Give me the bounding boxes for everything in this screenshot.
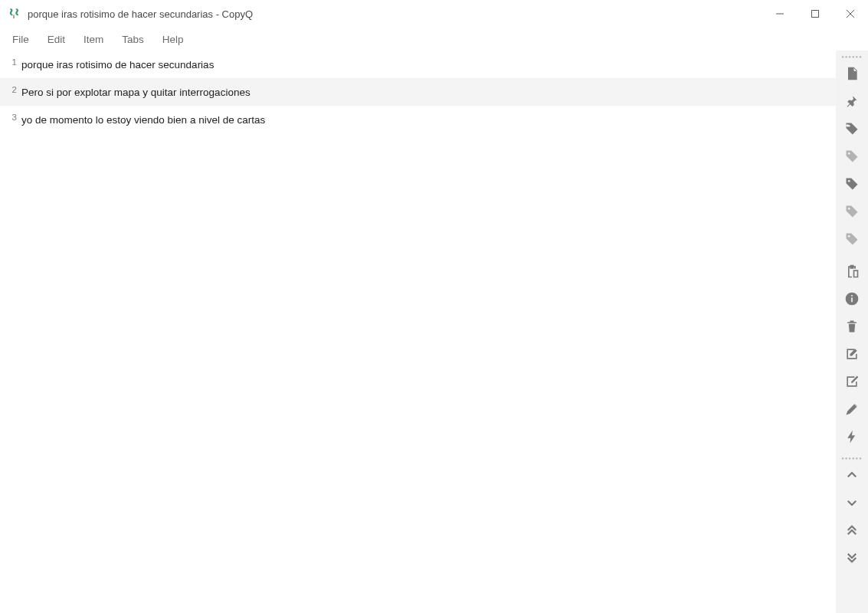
clip-text: Pero si por explotar mapa y quitar inter… (21, 87, 251, 98)
maximize-icon (811, 9, 820, 18)
window-controls (762, 0, 868, 28)
note-icon (844, 66, 860, 81)
svg-point-5 (848, 235, 850, 238)
tag-button-2[interactable] (837, 143, 866, 170)
close-button[interactable] (833, 0, 868, 28)
tag-button-5[interactable] (837, 225, 866, 253)
move-bottom-button[interactable] (837, 544, 866, 572)
clip-index: 3 (6, 112, 17, 122)
clip-row[interactable]: 3 yo de momento lo estoy viendo bien a n… (0, 106, 836, 133)
pencil-icon (844, 402, 860, 417)
tag-icon (844, 231, 860, 247)
app-logo-icon (6, 6, 21, 21)
tag-icon (844, 176, 860, 192)
info-button[interactable] (837, 285, 866, 313)
pin-button[interactable] (837, 87, 866, 115)
tag-icon (844, 121, 860, 136)
double-chevron-up-icon (845, 523, 859, 537)
chevron-up-icon (845, 468, 859, 482)
toolbar-grip-icon[interactable]: ●●●●●● (836, 54, 868, 60)
clip-text: yo de momento lo estoy viendo bien a niv… (21, 114, 265, 126)
clip-list[interactable]: 1 porque iras rotisimo de hacer secundar… (0, 51, 836, 613)
edit-square-icon (844, 374, 860, 389)
double-chevron-down-icon (845, 551, 859, 565)
svg-point-3 (848, 180, 850, 182)
titlebar: porque iras rotisimo de hacer secundaria… (0, 0, 868, 28)
close-icon (846, 9, 855, 18)
toolbar-grip-icon[interactable]: ●●●●●● (836, 455, 868, 461)
info-icon (844, 291, 860, 306)
clip-text: porque iras rotisimo de hacer secundaria… (21, 59, 214, 70)
main-area: 1 porque iras rotisimo de hacer secundar… (0, 51, 868, 613)
note-button[interactable] (837, 60, 866, 87)
menu-tabs[interactable]: Tabs (113, 31, 153, 48)
svg-rect-8 (851, 295, 853, 297)
edit-button-1[interactable] (837, 340, 866, 368)
clip-index: 2 (6, 84, 17, 94)
menubar: File Edit Item Tabs Help (0, 28, 868, 51)
svg-rect-0 (812, 11, 819, 18)
clip-row[interactable]: 2 Pero si por explotar mapa y quitar int… (0, 78, 836, 106)
minimize-icon (775, 9, 784, 18)
paste-button[interactable] (837, 257, 866, 285)
trash-icon (844, 319, 860, 334)
tag-button-1[interactable] (837, 115, 866, 143)
tag-icon (844, 204, 860, 219)
svg-point-2 (848, 152, 850, 155)
minimize-button[interactable] (762, 0, 798, 28)
bolt-icon (844, 429, 860, 444)
svg-point-1 (848, 125, 850, 127)
edit-button-2[interactable] (837, 368, 866, 395)
menu-edit[interactable]: Edit (38, 31, 74, 48)
svg-rect-7 (851, 297, 853, 302)
delete-button[interactable] (837, 313, 866, 340)
svg-point-4 (848, 208, 850, 210)
clip-index: 1 (6, 57, 17, 67)
tag-button-3[interactable] (837, 170, 866, 198)
window-title: porque iras rotisimo de hacer secundaria… (28, 8, 762, 20)
tag-button-4[interactable] (837, 198, 866, 225)
edit-square-icon (844, 346, 860, 362)
menu-help[interactable]: Help (153, 31, 193, 48)
maximize-button[interactable] (798, 0, 833, 28)
move-down-button[interactable] (837, 489, 866, 516)
menu-item[interactable]: Item (74, 31, 113, 48)
move-up-button[interactable] (837, 461, 866, 489)
chevron-down-icon (845, 496, 859, 510)
move-top-button[interactable] (837, 516, 866, 544)
edit-pencil-button[interactable] (837, 395, 866, 423)
tag-icon (844, 149, 860, 164)
side-toolbar: ●●●●●● (836, 51, 868, 613)
clipboard-icon (844, 264, 860, 279)
pin-icon (844, 93, 860, 109)
clip-row[interactable]: 1 porque iras rotisimo de hacer secundar… (0, 51, 836, 78)
action-button[interactable] (837, 423, 866, 451)
menu-file[interactable]: File (3, 31, 38, 48)
